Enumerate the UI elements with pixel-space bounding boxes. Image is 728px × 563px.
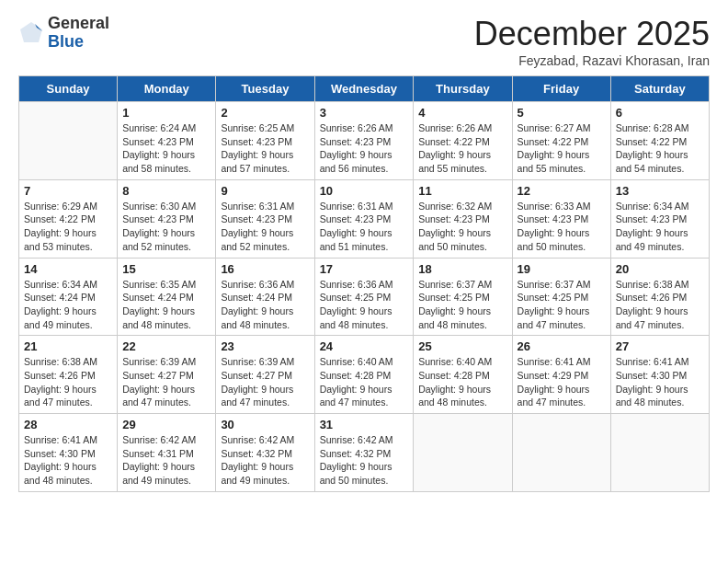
day-number: 19 xyxy=(518,262,606,276)
calendar-day-cell: 16Sunrise: 6:36 AMSunset: 4:24 PMDayligh… xyxy=(216,258,314,336)
day-number: 10 xyxy=(320,184,409,198)
logo-text: General Blue xyxy=(48,15,109,52)
day-info: Sunrise: 6:41 AMSunset: 4:30 PMDaylight:… xyxy=(616,355,704,409)
day-info: Sunrise: 6:30 AMSunset: 4:23 PMDaylight:… xyxy=(122,200,210,254)
day-info: Sunrise: 6:25 AMSunset: 4:23 PMDaylight:… xyxy=(221,121,309,176)
day-info: Sunrise: 6:38 AMSunset: 4:26 PMDaylight:… xyxy=(616,278,704,332)
calendar-day-cell xyxy=(19,102,118,180)
calendar-day-cell: 12Sunrise: 6:33 AMSunset: 4:23 PMDayligh… xyxy=(512,179,610,258)
day-info: Sunrise: 6:26 AMSunset: 4:22 PMDaylight:… xyxy=(418,121,506,176)
calendar-day-cell: 6Sunrise: 6:28 AMSunset: 4:22 PMDaylight… xyxy=(610,102,709,180)
day-number: 28 xyxy=(24,418,112,431)
day-number: 4 xyxy=(418,106,506,120)
day-info: Sunrise: 6:42 AMSunset: 4:32 PMDaylight:… xyxy=(221,433,309,488)
day-info: Sunrise: 6:36 AMSunset: 4:24 PMDaylight:… xyxy=(221,278,309,332)
title-block: December 2025 Feyzabad, Razavi Khorasan,… xyxy=(474,15,710,68)
location-subtitle: Feyzabad, Razavi Khorasan, Iran xyxy=(474,53,710,68)
day-number: 24 xyxy=(320,339,409,353)
calendar-week-row: 7Sunrise: 6:29 AMSunset: 4:22 PMDaylight… xyxy=(19,179,710,258)
calendar-day-cell: 20Sunrise: 6:38 AMSunset: 4:26 PMDayligh… xyxy=(610,258,709,336)
day-info: Sunrise: 6:34 AMSunset: 4:23 PMDaylight:… xyxy=(616,200,704,254)
page-header: General Blue December 2025 Feyzabad, Raz… xyxy=(18,15,710,68)
weekday-header: Wednesday xyxy=(314,76,414,102)
calendar-day-cell: 9Sunrise: 6:31 AMSunset: 4:23 PMDaylight… xyxy=(216,179,314,258)
day-number: 17 xyxy=(320,262,409,276)
calendar-day-cell: 4Sunrise: 6:26 AMSunset: 4:22 PMDaylight… xyxy=(414,102,512,180)
calendar-day-cell xyxy=(610,414,709,492)
day-number: 22 xyxy=(122,339,210,353)
day-info: Sunrise: 6:33 AMSunset: 4:23 PMDaylight:… xyxy=(518,200,606,254)
day-info: Sunrise: 6:41 AMSunset: 4:29 PMDaylight:… xyxy=(518,355,606,409)
logo-general: General xyxy=(48,15,109,33)
calendar-day-cell: 5Sunrise: 6:27 AMSunset: 4:22 PMDaylight… xyxy=(512,102,610,180)
calendar-day-cell: 13Sunrise: 6:34 AMSunset: 4:23 PMDayligh… xyxy=(610,179,709,258)
calendar-day-cell: 7Sunrise: 6:29 AMSunset: 4:22 PMDaylight… xyxy=(19,179,118,258)
calendar-day-cell: 25Sunrise: 6:40 AMSunset: 4:28 PMDayligh… xyxy=(414,336,512,414)
calendar-day-cell: 11Sunrise: 6:32 AMSunset: 4:23 PMDayligh… xyxy=(414,179,512,258)
calendar-day-cell: 26Sunrise: 6:41 AMSunset: 4:29 PMDayligh… xyxy=(512,336,610,414)
day-info: Sunrise: 6:35 AMSunset: 4:24 PMDaylight:… xyxy=(122,278,210,332)
day-info: Sunrise: 6:40 AMSunset: 4:28 PMDaylight:… xyxy=(418,355,506,409)
calendar-day-cell: 8Sunrise: 6:30 AMSunset: 4:23 PMDaylight… xyxy=(118,179,216,258)
day-number: 26 xyxy=(518,339,606,353)
day-number: 29 xyxy=(122,418,210,431)
calendar-day-cell: 24Sunrise: 6:40 AMSunset: 4:28 PMDayligh… xyxy=(314,336,414,414)
day-number: 15 xyxy=(122,262,210,276)
day-number: 5 xyxy=(518,106,606,120)
calendar-day-cell: 30Sunrise: 6:42 AMSunset: 4:32 PMDayligh… xyxy=(216,414,314,492)
calendar-day-cell: 3Sunrise: 6:26 AMSunset: 4:23 PMDaylight… xyxy=(314,102,414,180)
calendar-day-cell: 19Sunrise: 6:37 AMSunset: 4:25 PMDayligh… xyxy=(512,258,610,336)
logo-blue: Blue xyxy=(48,33,109,52)
weekday-header: Tuesday xyxy=(216,76,314,102)
month-title: December 2025 xyxy=(474,15,710,53)
calendar-header-row: SundayMondayTuesdayWednesdayThursdayFrid… xyxy=(19,76,710,102)
day-info: Sunrise: 6:26 AMSunset: 4:23 PMDaylight:… xyxy=(320,121,409,176)
day-info: Sunrise: 6:24 AMSunset: 4:23 PMDaylight:… xyxy=(122,121,210,176)
calendar-day-cell: 14Sunrise: 6:34 AMSunset: 4:24 PMDayligh… xyxy=(19,258,118,336)
calendar-day-cell: 1Sunrise: 6:24 AMSunset: 4:23 PMDaylight… xyxy=(118,102,216,180)
day-info: Sunrise: 6:37 AMSunset: 4:25 PMDaylight:… xyxy=(418,278,506,332)
calendar-day-cell xyxy=(512,414,610,492)
day-info: Sunrise: 6:40 AMSunset: 4:28 PMDaylight:… xyxy=(320,355,409,409)
calendar-day-cell: 28Sunrise: 6:41 AMSunset: 4:30 PMDayligh… xyxy=(19,414,118,492)
day-number: 18 xyxy=(418,262,506,276)
day-number: 1 xyxy=(122,106,210,120)
day-number: 31 xyxy=(320,418,409,431)
day-info: Sunrise: 6:38 AMSunset: 4:26 PMDaylight:… xyxy=(24,355,112,409)
calendar-day-cell: 15Sunrise: 6:35 AMSunset: 4:24 PMDayligh… xyxy=(118,258,216,336)
calendar-day-cell: 27Sunrise: 6:41 AMSunset: 4:30 PMDayligh… xyxy=(610,336,709,414)
calendar-week-row: 14Sunrise: 6:34 AMSunset: 4:24 PMDayligh… xyxy=(19,258,710,336)
calendar-day-cell: 10Sunrise: 6:31 AMSunset: 4:23 PMDayligh… xyxy=(314,179,414,258)
day-info: Sunrise: 6:41 AMSunset: 4:30 PMDaylight:… xyxy=(24,433,112,488)
day-info: Sunrise: 6:39 AMSunset: 4:27 PMDaylight:… xyxy=(122,355,210,409)
calendar-day-cell: 23Sunrise: 6:39 AMSunset: 4:27 PMDayligh… xyxy=(216,336,314,414)
day-number: 6 xyxy=(616,106,704,120)
day-number: 27 xyxy=(616,339,704,353)
day-info: Sunrise: 6:29 AMSunset: 4:22 PMDaylight:… xyxy=(24,200,112,254)
weekday-header: Saturday xyxy=(610,76,709,102)
day-info: Sunrise: 6:36 AMSunset: 4:25 PMDaylight:… xyxy=(320,278,409,332)
calendar-day-cell: 22Sunrise: 6:39 AMSunset: 4:27 PMDayligh… xyxy=(118,336,216,414)
day-number: 14 xyxy=(24,262,112,276)
day-info: Sunrise: 6:27 AMSunset: 4:22 PMDaylight:… xyxy=(518,121,606,176)
calendar-day-cell: 17Sunrise: 6:36 AMSunset: 4:25 PMDayligh… xyxy=(314,258,414,336)
day-number: 21 xyxy=(24,339,112,353)
day-info: Sunrise: 6:34 AMSunset: 4:24 PMDaylight:… xyxy=(24,278,112,332)
day-info: Sunrise: 6:31 AMSunset: 4:23 PMDaylight:… xyxy=(320,200,409,254)
day-number: 16 xyxy=(221,262,309,276)
weekday-header: Friday xyxy=(512,76,610,102)
weekday-header: Monday xyxy=(118,76,216,102)
day-number: 23 xyxy=(221,339,309,353)
day-info: Sunrise: 6:37 AMSunset: 4:25 PMDaylight:… xyxy=(518,278,606,332)
calendar-week-row: 1Sunrise: 6:24 AMSunset: 4:23 PMDaylight… xyxy=(19,102,710,180)
day-number: 11 xyxy=(418,184,506,198)
day-info: Sunrise: 6:32 AMSunset: 4:23 PMDaylight:… xyxy=(418,200,506,254)
svg-marker-0 xyxy=(20,22,42,42)
day-number: 2 xyxy=(221,106,309,120)
calendar-day-cell: 2Sunrise: 6:25 AMSunset: 4:23 PMDaylight… xyxy=(216,102,314,180)
logo: General Blue xyxy=(18,15,109,52)
day-number: 13 xyxy=(616,184,704,198)
weekday-header: Sunday xyxy=(19,76,118,102)
day-number: 12 xyxy=(518,184,606,198)
calendar-day-cell: 18Sunrise: 6:37 AMSunset: 4:25 PMDayligh… xyxy=(414,258,512,336)
